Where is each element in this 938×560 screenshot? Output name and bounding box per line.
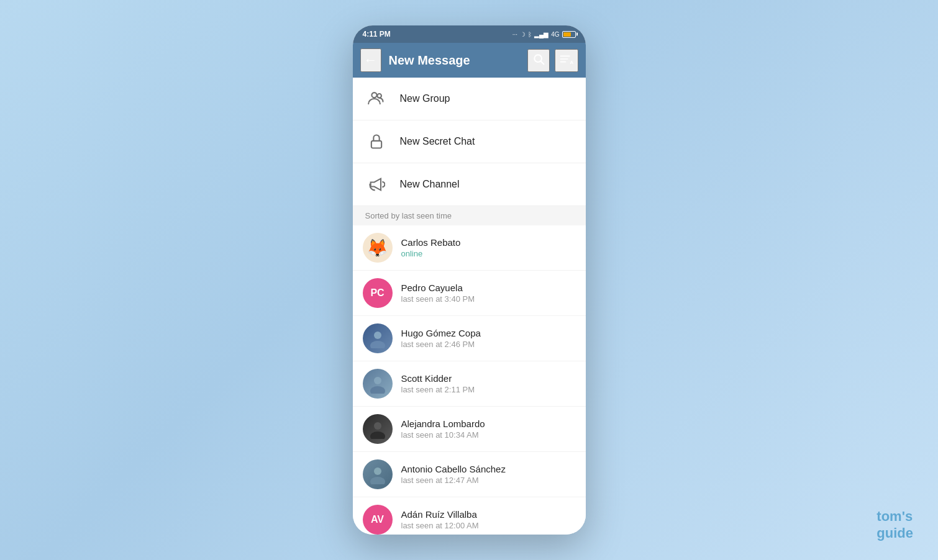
svg-point-14: [374, 422, 381, 430]
contact-item[interactable]: Alejandra Lombardo last seen at 10:34 AM: [353, 407, 586, 452]
contact-info: Antonio Cabello Sánchez last seen at 12:…: [401, 464, 576, 485]
contact-name: Alejandra Lombardo: [401, 418, 576, 429]
new-group-label: New Group: [400, 93, 450, 104]
contact-status: last seen at 12:47 AM: [401, 476, 576, 485]
person-photo: [368, 374, 388, 394]
status-time: 4:11 PM: [363, 30, 391, 38]
contact-name: Adán Ruíz Villalba: [401, 509, 576, 520]
cell-signal-icon: ▂▄▆: [534, 31, 549, 38]
new-secret-chat-icon: [365, 130, 388, 153]
svg-rect-8: [371, 141, 381, 148]
contact-status: last seen at 2:11 PM: [401, 385, 576, 394]
contact-status: last seen at 2:46 PM: [401, 340, 576, 349]
contact-item[interactable]: PC Pedro Cayuela last seen at 3:40 PM: [353, 271, 586, 316]
battery-icon: [562, 31, 576, 38]
contact-item[interactable]: 🦊 Carlos Rebato online: [353, 225, 586, 271]
page-title: New Message: [389, 53, 520, 68]
avatar: [363, 369, 393, 399]
svg-point-10: [374, 332, 381, 339]
svg-text:A: A: [570, 59, 573, 65]
new-secret-chat-item[interactable]: New Secret Chat: [353, 120, 586, 163]
new-channel-item[interactable]: New Channel: [353, 163, 586, 206]
new-channel-icon: [365, 173, 388, 196]
avatar: AV: [363, 505, 393, 535]
contact-info: Alejandra Lombardo last seen at 10:34 AM: [401, 418, 576, 440]
sort-icon: A: [560, 53, 573, 65]
contact-info: Hugo Gómez Copa last seen at 2:46 PM: [401, 328, 576, 349]
contact-status: last seen at 3:40 PM: [401, 294, 576, 304]
new-group-icon: [365, 88, 388, 110]
watermark-line1: tom's: [877, 508, 913, 525]
contact-status: online: [401, 249, 576, 258]
contact-name: Pedro Cayuela: [401, 282, 576, 293]
contact-name: Carlos Rebato: [401, 237, 576, 248]
bluetooth-icon: ᛒ: [528, 31, 532, 38]
svg-point-6: [371, 93, 376, 97]
header-bar: ← New Message A: [353, 43, 586, 78]
contact-info: Scott Kidder last seen at 2:11 PM: [401, 373, 576, 394]
network-type: 4G: [551, 31, 559, 38]
moon-icon: ☽: [520, 31, 526, 38]
megaphone-icon: [368, 176, 385, 193]
avatar: [363, 323, 393, 353]
svg-point-15: [370, 431, 385, 439]
search-button[interactable]: [527, 49, 550, 72]
watermark: tom's guide: [877, 508, 913, 541]
contact-item[interactable]: Scott Kidder last seen at 2:11 PM: [353, 361, 586, 407]
contact-status: last seen at 10:34 AM: [401, 430, 576, 440]
contact-item[interactable]: Antonio Cabello Sánchez last seen at 12:…: [353, 452, 586, 497]
status-icons: ··· ☽ ᛒ ▂▄▆ 4G: [512, 31, 576, 38]
svg-point-13: [370, 386, 385, 394]
new-channel-label: New Channel: [400, 179, 460, 190]
contact-name: Scott Kidder: [401, 373, 576, 384]
sort-button[interactable]: A: [555, 49, 578, 72]
signal-dots: ···: [512, 31, 517, 38]
contact-item[interactable]: Hugo Gómez Copa last seen at 2:46 PM: [353, 316, 586, 361]
phone-container: 4:11 PM ··· ☽ ᛒ ▂▄▆ 4G ← New Message: [353, 25, 586, 535]
contact-name: Hugo Gómez Copa: [401, 328, 576, 338]
avatar: [363, 414, 393, 444]
svg-marker-9: [370, 179, 380, 191]
header-actions: A: [527, 49, 578, 72]
avatar: [363, 459, 393, 489]
avatar: 🦊: [363, 233, 393, 263]
new-group-item[interactable]: New Group: [353, 78, 586, 120]
contact-item[interactable]: AV Adán Ruíz Villalba last seen at 12:00…: [353, 497, 586, 535]
person-photo: [368, 464, 388, 484]
watermark-line2: guide: [877, 525, 913, 541]
person-photo: [368, 328, 388, 348]
new-secret-chat-label: New Secret Chat: [400, 136, 475, 147]
content-area: New Group New Secret Chat New Channel: [353, 78, 586, 535]
status-bar: 4:11 PM ··· ☽ ᛒ ▂▄▆ 4G: [353, 25, 586, 43]
svg-point-16: [374, 467, 381, 475]
svg-point-17: [370, 477, 385, 484]
svg-point-12: [374, 377, 381, 384]
avatar: PC: [363, 278, 393, 308]
section-header: Sorted by last seen time: [353, 206, 586, 225]
svg-line-1: [540, 61, 544, 64]
person-photo: [368, 419, 388, 439]
back-button[interactable]: ←: [360, 48, 381, 72]
contact-status: last seen at 12:00 AM: [401, 521, 576, 530]
svg-point-11: [370, 341, 385, 348]
contact-name: Antonio Cabello Sánchez: [401, 464, 576, 474]
group-icon: [368, 90, 385, 107]
svg-point-7: [377, 94, 381, 98]
lock-icon: [368, 133, 385, 150]
contact-info: Pedro Cayuela last seen at 3:40 PM: [401, 282, 576, 304]
search-icon: [532, 53, 545, 65]
contact-info: Adán Ruíz Villalba last seen at 12:00 AM: [401, 509, 576, 530]
contact-info: Carlos Rebato online: [401, 237, 576, 258]
